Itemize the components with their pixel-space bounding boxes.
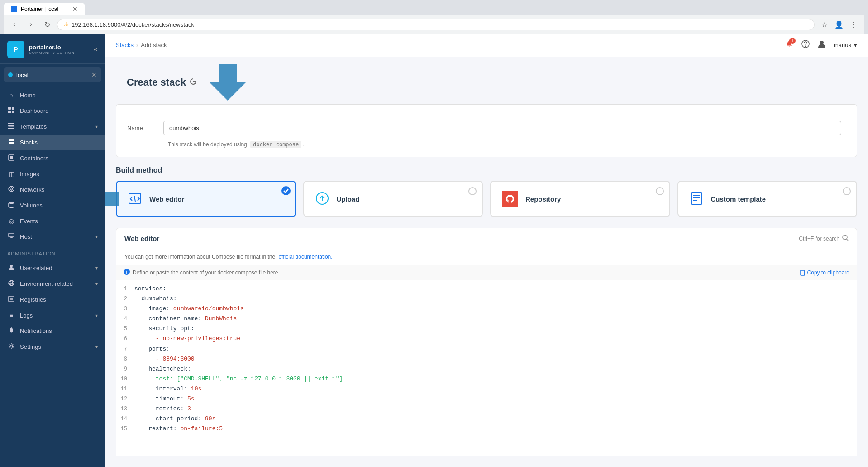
name-label: Name (127, 121, 163, 131)
sidebar-item-dashboard[interactable]: Dashboard (0, 103, 105, 119)
admin-section-label: Administration (0, 246, 105, 258)
forward-button[interactable]: › (24, 18, 37, 31)
breadcrumb-stacks[interactable]: Stacks (116, 42, 134, 48)
build-card-repository[interactable]: Repository (490, 181, 670, 217)
svg-rect-9 (9, 139, 14, 141)
help-btn[interactable] (801, 39, 810, 51)
sidebar-item-containers[interactable]: Containers (0, 150, 105, 166)
svg-rect-3 (12, 107, 14, 110)
containers-icon (7, 154, 15, 162)
user-profile-btn[interactable] (817, 39, 826, 51)
code-line-1: 1 services: (116, 284, 857, 294)
browser-tabs: Portainer | local ✕ (4, 3, 864, 15)
svg-rect-2 (8, 107, 11, 110)
refresh-btn[interactable] (190, 78, 197, 87)
name-field-row: Name (127, 114, 846, 139)
sidebar-label-stacks: Stacks (20, 139, 98, 146)
build-card-upload[interactable]: Upload (303, 181, 483, 217)
breadcrumb-current: Add stack (141, 42, 167, 48)
home-icon: ⌂ (7, 91, 15, 99)
sidebar-label-home: Home (20, 92, 98, 99)
sidebar-item-templates[interactable]: Templates ▾ (0, 119, 105, 135)
svg-line-35 (134, 196, 135, 202)
svg-line-44 (847, 239, 849, 241)
upload-card-icon (315, 191, 329, 207)
editor-toolbar: i Define or paste the content of your do… (116, 265, 857, 280)
env-close-btn[interactable]: ✕ (91, 71, 97, 78)
code-line-11: 11 interval: 10s (116, 384, 857, 394)
code-line-6: 6 - no-new-privileges:true (116, 334, 857, 344)
address-bar[interactable]: ⚠ 192.168.1.18:9000/#/2/docker/stacks/ne… (57, 19, 815, 30)
profile-button[interactable]: 👤 (833, 18, 845, 31)
templates-icon (7, 123, 15, 130)
custom-template-card-icon (689, 191, 704, 207)
active-tab[interactable]: Portainer | local ✕ (4, 3, 85, 15)
sidebar-label-logs: Logs (20, 312, 91, 319)
page-title: Create stack (127, 77, 186, 88)
sidebar-item-stacks[interactable]: Stacks (0, 135, 105, 150)
sidebar-item-settings[interactable]: Settings ▾ (0, 339, 105, 355)
sidebar-label-containers: Containers (20, 155, 98, 162)
code-editor[interactable]: 1 services: 2 dumbwhois: 3 image: dumbwa… (116, 280, 857, 456)
topbar: Stacks › Add stack 1 marius ▾ (105, 34, 868, 57)
browser-nav: ‹ › ↻ ⚠ 192.168.1.18:9000/#/2/docker/sta… (4, 15, 864, 34)
web-editor-card-label: Web editor (149, 195, 184, 203)
svg-rect-18 (9, 233, 14, 237)
svg-point-21 (10, 265, 13, 267)
copy-btn-label: Copy to clipboard (807, 270, 849, 276)
tab-title: Portainer | local (21, 6, 58, 12)
svg-point-30 (805, 46, 806, 47)
build-card-custom-template[interactable]: Custom template (677, 181, 858, 217)
svg-marker-36 (105, 185, 119, 212)
env-selector[interactable]: local ✕ (4, 67, 101, 82)
svg-text:i: i (126, 270, 128, 274)
official-docs-link[interactable]: official documentation. (278, 254, 332, 260)
build-method-section: Build method Web editor (116, 166, 857, 217)
sidebar-item-registries[interactable]: Registries (0, 292, 105, 308)
sidebar-item-images[interactable]: ◫ Images (0, 166, 105, 182)
page-title-area: Create stack (116, 57, 857, 104)
sidebar-item-volumes[interactable]: Volumes (0, 197, 105, 213)
sidebar-item-logs[interactable]: ≡ Logs ▾ (0, 308, 105, 323)
back-button[interactable]: ‹ (8, 18, 21, 31)
sidebar-label-networks: Networks (20, 186, 98, 193)
networks-icon (7, 186, 15, 193)
name-input[interactable] (163, 121, 841, 135)
web-editor-section-title: Web editor (124, 235, 159, 242)
user-menu[interactable]: marius ▾ (834, 42, 857, 48)
sidebar-label-volumes: Volumes (20, 202, 98, 209)
copy-to-clipboard-btn[interactable]: Copy to clipboard (799, 270, 849, 276)
sidebar-label-dashboard: Dashboard (20, 107, 98, 114)
browser-chrome: Portainer | local ✕ ‹ › ↻ ⚠ 192.168.1.18… (0, 0, 868, 34)
sidebar-item-environment-related[interactable]: Environment-related ▾ (0, 276, 105, 292)
settings-arrow-icon: ▾ (95, 344, 98, 349)
admin-nav: User-related ▾ Environment-related ▾ Reg… (0, 258, 105, 356)
svg-point-17 (9, 202, 14, 204)
sidebar-item-host[interactable]: Host ▾ (0, 229, 105, 245)
notifications-bell-btn[interactable]: 1 (785, 39, 794, 51)
editor-bottom-space (116, 434, 857, 452)
svg-rect-7 (8, 125, 14, 127)
tab-close-btn[interactable]: ✕ (72, 5, 78, 13)
sidebar-item-home[interactable]: ⌂ Home (0, 87, 105, 103)
deploy-code: docker compose (250, 141, 301, 148)
svg-rect-5 (12, 111, 14, 113)
sidebar-item-events[interactable]: ◎ Events (0, 213, 105, 229)
deploy-hint: This stack will be deployed using docker… (168, 141, 846, 148)
reload-button[interactable]: ↻ (41, 18, 53, 31)
code-line-13: 13 retries: 3 (116, 404, 857, 414)
sidebar-item-notifications[interactable]: Notifications (0, 323, 105, 339)
sidebar-collapse-btn[interactable]: « (94, 45, 98, 53)
username: marius (834, 42, 851, 48)
upload-radio (468, 187, 477, 195)
sidebar-item-networks[interactable]: Networks (0, 182, 105, 197)
menu-button[interactable]: ⋮ (847, 18, 860, 31)
code-line-3: 3 image: dumbwareio/dumbwhois (116, 304, 857, 314)
upload-card-label: Upload (337, 195, 360, 203)
sidebar-item-user-related[interactable]: User-related ▾ (0, 260, 105, 276)
web-editor-header: Web editor Ctrl+F for search (116, 228, 857, 249)
repository-radio (656, 187, 664, 195)
web-editor-section: Web editor Ctrl+F for search You can get… (116, 228, 857, 456)
build-card-web-editor[interactable]: Web editor (116, 181, 296, 217)
bookmark-button[interactable]: ☆ (818, 18, 831, 31)
